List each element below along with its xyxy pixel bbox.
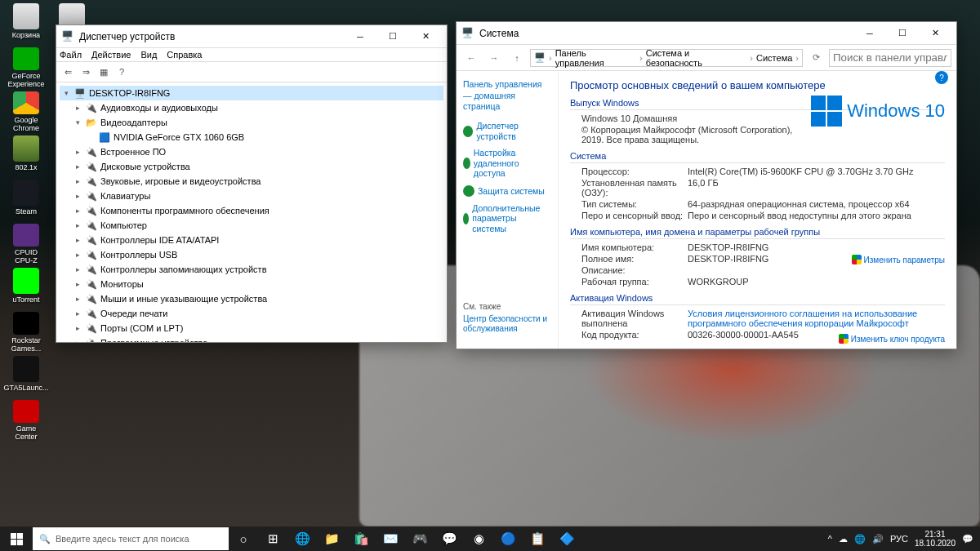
tree-item[interactable]: ▸🔌Клавиатуры — [60, 189, 443, 203]
minimize-button[interactable]: ─ — [344, 26, 376, 47]
start-button[interactable] — [0, 527, 33, 551]
tray-chevron-icon[interactable]: ^ — [828, 534, 832, 544]
tree-item[interactable]: ▾📂Видеоадаптеры — [60, 115, 443, 130]
menu-item[interactable]: Действие — [91, 50, 131, 60]
change-settings-link[interactable]: Изменить параметры — [852, 255, 945, 264]
forward-button[interactable]: → — [484, 48, 504, 68]
tree-item[interactable]: ▸🔌Контроллеры IDE ATA/ATAPI — [60, 233, 443, 247]
titlebar[interactable]: 🖥️ Диспетчер устройств ─ ☐ ✕ — [56, 25, 447, 48]
breadcrumb-item[interactable]: Система и безопасность — [646, 48, 747, 68]
breadcrumb-item[interactable]: Система — [756, 53, 792, 63]
search-input[interactable] — [829, 49, 951, 67]
chrome-icon[interactable]: 🔵 — [493, 527, 523, 551]
tree-item[interactable]: ▸🔌Контроллеры USB — [60, 247, 443, 262]
device-category-icon: 🔌 — [85, 336, 98, 342]
menu-item[interactable]: Файл — [60, 50, 82, 60]
up-button[interactable]: ▦ — [96, 64, 112, 80]
tree-item[interactable]: ▸🔌Мониторы — [60, 277, 443, 291]
desktop-icon[interactable]: Rockstar Games... — [5, 312, 47, 353]
tree-item[interactable]: ▸🔌Очереди печати — [60, 306, 443, 321]
security-center-link[interactable]: Центр безопасности и обслуживания — [463, 314, 558, 334]
app-icon — [13, 356, 39, 382]
desktop-icon[interactable]: GTA5Launc... — [5, 356, 47, 397]
app-icon — [13, 47, 39, 70]
desktop-icon[interactable]: 802.1x — [5, 136, 47, 176]
mail-icon[interactable]: ✉️ — [376, 527, 405, 551]
forward-button[interactable]: ⇒ — [78, 64, 94, 80]
tree-item[interactable]: ▸🔌Компоненты программного обеспечения — [60, 203, 443, 218]
menu-bar: ФайлДействиеВидСправка — [56, 48, 447, 61]
close-button[interactable]: ✕ — [409, 26, 442, 47]
app-icon — [13, 312, 39, 335]
tree-item[interactable]: ▸🔌Дисковые устройства — [60, 159, 443, 174]
breadcrumb-item[interactable]: Панель управления — [555, 48, 636, 68]
desktop-icon[interactable]: GeForce Experience — [5, 47, 47, 88]
sidebar-home-link[interactable]: Панель управления — домашняя страница — [463, 79, 551, 113]
tree-item[interactable]: ▸🔌Порты (COM и LPT) — [60, 321, 443, 335]
close-button[interactable]: ✕ — [919, 23, 951, 44]
desktop-icon[interactable]: Game Center — [5, 400, 47, 441]
app-icon — [13, 400, 39, 423]
app-icon — [13, 268, 39, 294]
tray-language[interactable]: РУС — [890, 534, 908, 544]
tree-item[interactable]: ▸🔌Аудиовходы и аудиовыходы — [60, 100, 443, 115]
device-category-icon: 🔌 — [85, 175, 98, 188]
sidebar-link[interactable]: Защита системы — [463, 185, 551, 197]
app-icon[interactable]: 📋 — [523, 527, 552, 551]
taskbar-search[interactable]: 🔍Введите здесь текст для поиска — [33, 527, 229, 550]
app-icon[interactable]: 🔷 — [552, 527, 581, 551]
xbox-icon[interactable]: 🎮 — [405, 527, 434, 551]
tree-item[interactable]: ▸🔌Компьютер — [60, 218, 443, 233]
desktop-icon[interactable]: Корзина — [5, 3, 47, 44]
refresh-button[interactable]: ⟳ — [806, 48, 826, 68]
desktop-icon[interactable]: uTorrent — [5, 268, 47, 309]
device-tree[interactable]: ▾🖥️DESKTOP-IR8IFNG▸🔌Аудиовходы и аудиовы… — [56, 82, 447, 342]
tree-item[interactable]: ▸🔌Встроенное ПО — [60, 144, 443, 159]
tree-item[interactable]: ▸🔌Программные устройства — [60, 335, 443, 342]
cortana-button[interactable]: ○ — [229, 527, 258, 551]
tray-network-icon[interactable]: 🌐 — [854, 534, 866, 544]
back-button[interactable]: ⇐ — [60, 64, 76, 80]
tree-item[interactable]: ▾🖥️DESKTOP-IR8IFNG — [60, 86, 443, 100]
desktop-icon[interactable]: Steam — [5, 180, 47, 220]
tree-item[interactable]: ▸🔌Контроллеры запоминающих устройств — [60, 262, 443, 277]
license-terms-link[interactable]: Условия лицензионного соглашения на испо… — [688, 309, 945, 328]
sidebar: Панель управления — домашняя страница Ди… — [457, 71, 559, 349]
discord-icon[interactable]: 💬 — [434, 527, 464, 551]
explorer-icon[interactable]: 📁 — [317, 527, 346, 551]
desktop-icon[interactable]: Google Chrome — [5, 91, 47, 132]
edge-icon[interactable]: 🌐 — [287, 527, 317, 551]
property-row: Установленная память (ОЗУ):16,0 ГБ — [581, 178, 945, 198]
sidebar-link[interactable]: Диспетчер устройств — [463, 121, 551, 141]
app-icon: 🖥️ — [461, 27, 474, 40]
store-icon[interactable]: 🛍️ — [346, 527, 376, 551]
up-button[interactable]: ↑ — [507, 48, 527, 68]
tree-item[interactable]: ▸🔌Звуковые, игровые и видеоустройства — [60, 174, 443, 189]
menu-item[interactable]: Вид — [140, 50, 157, 60]
computer-icon: 🖥️ — [534, 52, 546, 63]
sidebar-link[interactable]: Настройка удаленного доступа — [463, 148, 551, 179]
windows-10-logo: Windows 10 — [811, 96, 945, 127]
tray-cloud-icon[interactable]: ☁ — [839, 534, 848, 544]
tray-clock[interactable]: 21:3118.10.2020 — [915, 530, 956, 548]
sidebar-link[interactable]: Дополнительные параметры системы — [463, 203, 551, 234]
change-product-key-link[interactable]: Изменить ключ продукта — [839, 334, 945, 344]
menu-item[interactable]: Справка — [167, 50, 202, 60]
tree-item[interactable]: 🟦NVIDIA GeForce GTX 1060 6GB — [60, 130, 443, 144]
steam-icon[interactable]: ◉ — [464, 527, 493, 551]
back-button[interactable]: ← — [461, 48, 481, 68]
tray-volume-icon[interactable]: 🔊 — [872, 534, 884, 544]
titlebar[interactable]: 🖥️ Система ─ ☐ ✕ — [457, 22, 956, 45]
page-heading: Просмотр основных сведений о вашем компь… — [570, 79, 945, 91]
minimize-button[interactable]: ─ — [853, 23, 886, 44]
task-view-button[interactable]: ⊞ — [258, 527, 287, 551]
shield-icon — [463, 185, 474, 197]
refresh-button[interactable]: ? — [114, 64, 130, 80]
device-category-icon: 🔌 — [85, 307, 98, 320]
address-bar[interactable]: 🖥️ › Панель управления›Система и безопас… — [530, 49, 803, 67]
tree-item[interactable]: ▸🔌Мыши и иные указывающие устройства — [60, 291, 443, 306]
maximize-button[interactable]: ☐ — [376, 26, 409, 47]
notifications-button[interactable]: 💬 — [962, 534, 973, 544]
desktop-icon[interactable]: CPUID CPU-Z — [5, 224, 47, 264]
maximize-button[interactable]: ☐ — [886, 23, 919, 44]
